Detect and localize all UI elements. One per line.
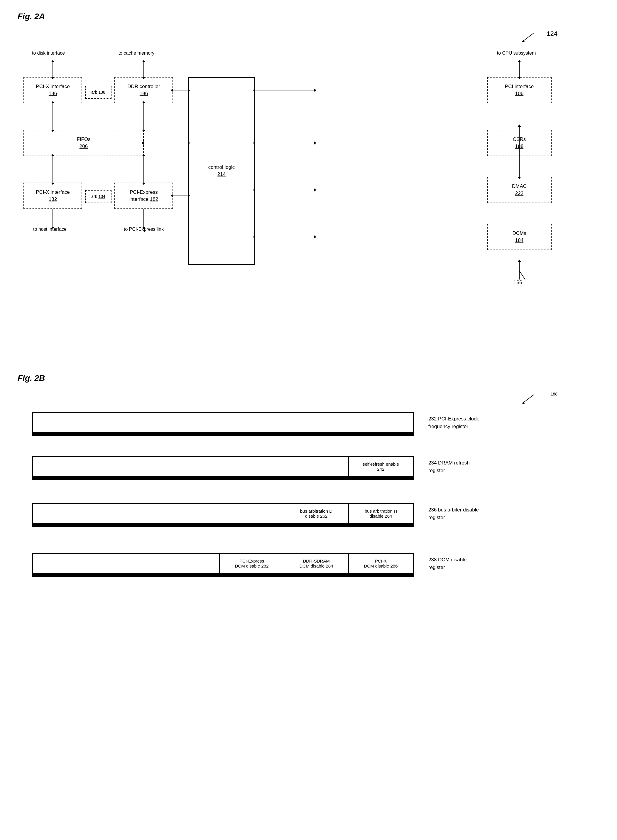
label-disk-interface: to disk interface xyxy=(27,50,71,56)
register-236-cell-262: bus arbitration D disable 262 xyxy=(284,504,348,523)
arrow-fifos-control xyxy=(144,143,188,143)
svg-line-2 xyxy=(519,271,525,280)
arrow-ddr-fifos xyxy=(143,104,144,130)
register-238-cell-282: PCI-Express DCM disable 282 xyxy=(219,554,284,573)
fig2b-diagram: 188 232 PCI-Express clock frequency regi… xyxy=(18,389,575,653)
block-dmac222: DMAC 222 xyxy=(487,177,552,203)
label-host-interface: to host interface xyxy=(27,227,73,232)
block-pcix132: PCI-X interface 132 xyxy=(24,183,82,209)
register-238-cell-284: DDR-SDRAM DCM disable 284 xyxy=(284,554,348,573)
arrow-ddr-control xyxy=(173,90,188,90)
register-238-cell-286: PCI-X DCM disable 286 xyxy=(348,554,413,573)
block-fifos206: FIFOs 206 xyxy=(24,130,144,156)
register-236-label: 236 bus arbiter disable register xyxy=(428,506,575,521)
block-ddr186: DDR controller 186 xyxy=(114,77,173,104)
arrow-control-dmac xyxy=(255,190,314,190)
arrow-fifos-pciexpress xyxy=(143,156,144,183)
register-236-empty xyxy=(33,504,284,523)
block-controllogic214: control logic 214 xyxy=(188,77,255,265)
arrow-pcix132-bottom xyxy=(53,209,53,227)
register-238-row: PCI-Express DCM disable 282 DDR-SDRAM DC… xyxy=(32,553,414,577)
register-234-empty xyxy=(33,457,348,476)
register-232-row: 232 PCI-Express clock frequency register xyxy=(32,412,414,436)
register-234-box: self-refresh enable 242 xyxy=(32,456,414,477)
arrow-pcix136-fifos xyxy=(53,104,53,130)
arrow-ddr186-top xyxy=(143,62,144,77)
register-232-label: 232 PCI-Express clock frequency register xyxy=(428,415,575,430)
fig2a-section: Fig. 2A 124 to disk interface to cache m… xyxy=(18,12,599,350)
register-238-label: 238 DCM disable register xyxy=(428,556,575,571)
fig2b-label: Fig. 2B xyxy=(18,373,599,383)
register-236-cell-264: bus arbitration H disable 264 xyxy=(348,504,413,523)
label-cpu-subsystem: to CPU subsystem xyxy=(487,50,546,56)
arrow-pciexpress-bottom xyxy=(143,209,144,227)
arrow-control-dcms xyxy=(255,237,314,237)
svg-marker-1 xyxy=(522,39,525,42)
arrow-pci106-csrs xyxy=(519,127,520,177)
arrow-control-csrs xyxy=(255,143,314,143)
register-234-bar xyxy=(32,477,414,480)
block-arb138: arb 138 xyxy=(85,86,112,99)
register-234-label: 234 DRAM refresh register xyxy=(428,459,575,474)
arrow-fifos-pcix132 xyxy=(53,156,53,183)
register-238-empty xyxy=(33,554,219,573)
block-pciexpress182: PCI-Express interface 182 xyxy=(114,183,173,209)
register-234-row: self-refresh enable 242 234 DRAM refresh… xyxy=(32,456,414,480)
arrow-pci106-top xyxy=(519,62,520,77)
block-pci106: PCI interface 106 xyxy=(487,77,552,104)
fig2b-section: Fig. 2B 188 232 PCI-Express clock freque… xyxy=(18,373,599,653)
label-cache-memory: to cache memory xyxy=(114,50,158,56)
block-arb134: arb 134 xyxy=(85,190,112,203)
register-232-box xyxy=(32,412,414,433)
register-234-cell-242: self-refresh enable 242 xyxy=(348,457,413,476)
svg-marker-4 xyxy=(522,401,525,404)
arrow-pciexpress-control xyxy=(173,195,188,196)
arrow-pcix136-top xyxy=(53,62,53,77)
register-238-bar xyxy=(32,574,414,577)
arrow-control-pci106 xyxy=(255,90,314,90)
register-236-bar xyxy=(32,524,414,527)
block-dcms184: DCMs 184 xyxy=(487,224,552,250)
arrow-166-svg xyxy=(514,268,528,282)
fig2a-diagram: 124 to disk interface to cache memory to… xyxy=(18,27,575,350)
register-232-bar xyxy=(32,433,414,436)
fig2a-label: Fig. 2A xyxy=(18,12,599,21)
register-236-box: bus arbitration D disable 262 bus arbitr… xyxy=(32,503,414,524)
register-238-box: PCI-Express DCM disable 282 DDR-SDRAM DC… xyxy=(32,553,414,574)
register-236-row: bus arbitration D disable 262 bus arbitr… xyxy=(32,503,414,527)
block-pcix136: PCI-X interface 136 xyxy=(24,77,82,104)
